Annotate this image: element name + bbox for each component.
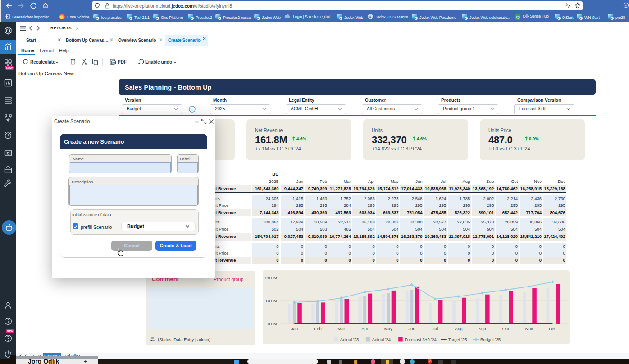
svg-text:A: A [568, 5, 571, 9]
svg-text:Jul: Jul [433, 326, 438, 331]
svg-text:May: May [384, 326, 392, 331]
svg-text:Feb: Feb [314, 326, 321, 331]
svg-text:Jan: Jan [291, 326, 298, 331]
svg-text:Forecast 3+9 '24: Forecast 3+9 '24 [405, 337, 437, 342]
svg-text:Jun: Jun [408, 326, 415, 331]
svg-text:Oct: Oct [502, 326, 509, 331]
svg-text:Actual '23: Actual '23 [340, 337, 359, 342]
svg-text:Budget '25: Budget '25 [480, 337, 501, 342]
svg-text:10.0M: 10.0M [265, 298, 277, 303]
svg-text:Nov: Nov [525, 326, 533, 331]
svg-text:Target '25: Target '25 [448, 337, 467, 342]
svg-text:Dec: Dec [549, 326, 556, 331]
svg-text:Apr: Apr [361, 326, 368, 331]
svg-text:20.0M: 20.0M [265, 275, 277, 280]
svg-text:Mar: Mar [337, 326, 345, 331]
svg-text:PDF: PDF [112, 61, 116, 64]
svg-text:Actual '24: Actual '24 [372, 337, 391, 342]
svg-text:Aug: Aug [455, 326, 463, 331]
svg-text:Sep: Sep [479, 326, 486, 331]
svg-text:0.0M: 0.0M [268, 321, 277, 326]
